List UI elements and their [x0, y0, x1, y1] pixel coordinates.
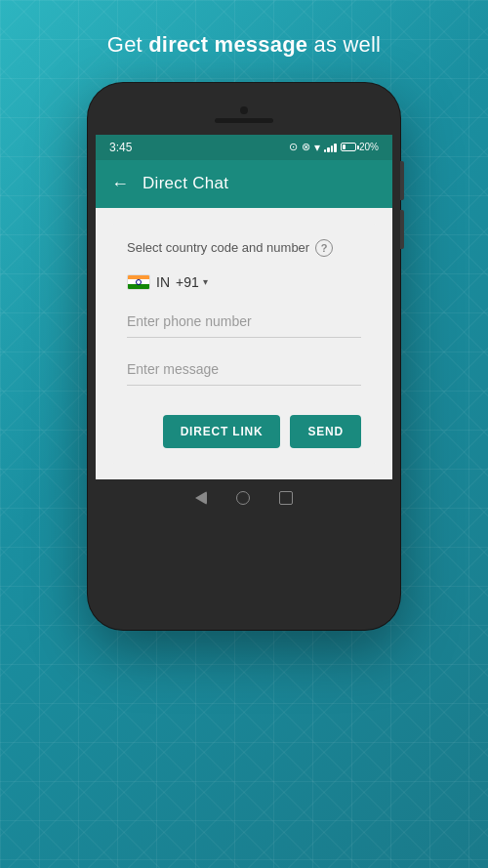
signal-icon [324, 142, 337, 152]
country-selector[interactable]: IN +91 ▾ [127, 270, 361, 294]
home-nav-button[interactable] [236, 491, 250, 505]
headline-bold: direct message [148, 32, 307, 57]
status-time: 3:45 [109, 141, 132, 154]
app-title: Direct Chat [142, 174, 228, 193]
headline: Get direct message as well [78, 0, 410, 83]
status-bar: 3:45 ⊙ ⊗ ▾ 20% [96, 135, 392, 160]
button-row: DIRECT LINK SEND [127, 401, 361, 464]
app-bar: ← Direct Chat [96, 160, 392, 208]
back-nav-button[interactable] [195, 491, 207, 505]
send-button[interactable]: SEND [290, 415, 361, 448]
phone-nav-bar [96, 479, 392, 517]
label-row: Select country code and number ? [127, 239, 361, 257]
phone-input-wrapper [127, 306, 361, 342]
wifi-icon: ▾ [314, 141, 320, 154]
status-icons: ⊙ ⊗ ▾ 20% [289, 141, 379, 154]
volume-down-button[interactable] [400, 210, 404, 249]
volume-up-button[interactable] [400, 161, 404, 200]
notif-icon-1: ⊙ [289, 141, 298, 153]
phone-device: 3:45 ⊙ ⊗ ▾ 20% [88, 83, 400, 630]
help-button[interactable]: ? [315, 239, 333, 257]
country-label: Select country code and number [127, 240, 309, 255]
help-icon-symbol: ? [321, 242, 328, 254]
phone-input[interactable] [127, 306, 361, 338]
headline-suffix: as well [307, 32, 381, 57]
main-content: Select country code and number ? IN [96, 208, 392, 479]
battery-percent: 20% [359, 142, 379, 152]
india-flag [127, 274, 150, 290]
recents-nav-button[interactable] [279, 491, 293, 505]
notif-icon-2: ⊗ [302, 141, 310, 153]
phone-camera [240, 106, 248, 114]
flag-green-stripe [128, 284, 149, 289]
phone-speaker [215, 118, 273, 123]
direct-link-button[interactable]: DIRECT LINK [163, 415, 281, 448]
message-input-wrapper [127, 353, 361, 390]
battery-icon: 20% [341, 142, 379, 152]
headline-prefix: Get [107, 32, 148, 57]
card: Select country code and number ? IN [111, 224, 377, 464]
dial-code: +91 [176, 274, 199, 290]
dropdown-arrow-icon: ▾ [203, 276, 208, 287]
ashoka-chakra [136, 279, 142, 285]
back-button[interactable]: ← [111, 174, 129, 194]
flag-white-stripe [128, 279, 149, 284]
phone-screen: 3:45 ⊙ ⊗ ▾ 20% [96, 135, 392, 479]
country-code: IN [156, 274, 170, 290]
message-input[interactable] [127, 353, 361, 386]
